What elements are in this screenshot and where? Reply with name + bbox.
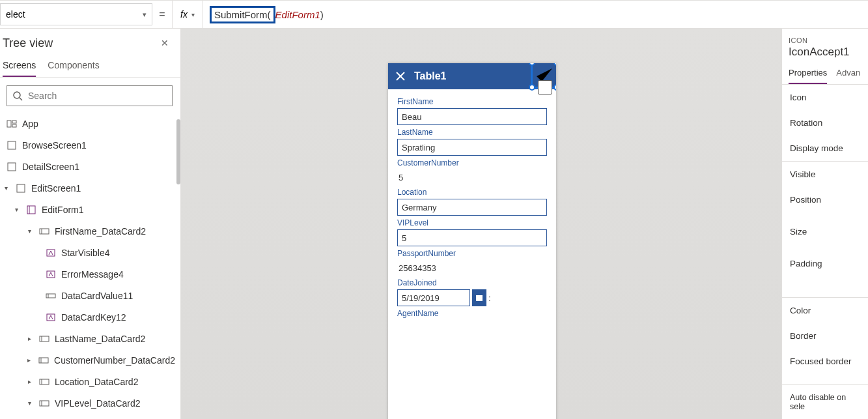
tree-item-label: BrowseScreen1 bbox=[22, 140, 87, 151]
chevron-down-icon[interactable]: ▾ bbox=[25, 227, 34, 235]
svg-rect-22 bbox=[40, 401, 49, 406]
tree-item-editscreen[interactable]: ▾ EditScreen1 bbox=[0, 177, 180, 199]
chevron-down-icon[interactable]: ▾ bbox=[25, 399, 34, 407]
main-area: Tree view ✕ Screens Components App Brows… bbox=[0, 29, 868, 419]
tree-item-customernumber-datacard[interactable]: ▸ CustomerNumber_DataCard2 bbox=[0, 349, 180, 371]
prop-color[interactable]: Color bbox=[782, 298, 868, 323]
scrollbar[interactable] bbox=[176, 119, 180, 184]
prop-visible[interactable]: Visible bbox=[782, 162, 868, 187]
tree-item-label: DataCardValue11 bbox=[61, 291, 133, 301]
tree-item-errormessage[interactable]: ErrorMessage4 bbox=[0, 263, 180, 285]
field-label: FirstName bbox=[397, 97, 547, 106]
tree-item-label: EditForm1 bbox=[42, 205, 84, 215]
tree-item-viplevel-datacard[interactable]: ▾ VIPLevel_DataCard2 bbox=[0, 392, 180, 414]
property-selector[interactable]: elect ▾ bbox=[0, 3, 152, 25]
chevron-right-icon[interactable]: ▸ bbox=[25, 378, 34, 385]
chevron-down-icon: ▾ bbox=[191, 11, 195, 18]
prop-rotation[interactable]: Rotation bbox=[782, 110, 868, 136]
tree-item-datacardkey[interactable]: DataCardKey12 bbox=[0, 306, 180, 328]
close-icon[interactable] bbox=[395, 70, 406, 82]
tree-item-label: DetailScreen1 bbox=[22, 162, 79, 172]
location-input[interactable]: Germany bbox=[397, 199, 547, 216]
tree-item-label: DataCardKey12 bbox=[61, 312, 126, 323]
tree-item-location-datacard[interactable]: ▸ Location_DataCard2 bbox=[0, 371, 180, 392]
prop-border[interactable]: Border bbox=[782, 323, 868, 349]
prop-padding[interactable]: Padding bbox=[782, 244, 868, 297]
prop-auto-disable[interactable]: Auto disable on sele bbox=[782, 385, 868, 419]
tree-item-label: VIPLevel_DataCard2 bbox=[55, 398, 141, 409]
tab-components[interactable]: Components bbox=[48, 60, 99, 77]
datacard-icon bbox=[39, 377, 49, 387]
field-label: AgentName bbox=[397, 309, 547, 318]
chevron-down-icon[interactable]: ▾ bbox=[12, 206, 21, 213]
svg-rect-27 bbox=[476, 295, 483, 296]
phone-preview: Table1 ✥ FirstName Beau LastName Spratli… bbox=[388, 63, 556, 419]
control-type-label: ICON bbox=[789, 36, 861, 44]
tree-item-detailscreen[interactable]: DetailScreen1 bbox=[0, 156, 180, 177]
tree-list: App BrowseScreen1 DetailScreen1 ▾ EditSc… bbox=[0, 113, 180, 419]
datacard-icon bbox=[39, 226, 49, 237]
prop-size[interactable]: Size bbox=[782, 212, 868, 244]
svg-rect-7 bbox=[17, 184, 25, 192]
close-icon[interactable]: ✕ bbox=[158, 35, 171, 51]
resize-handle[interactable] bbox=[529, 84, 535, 91]
calendar-button[interactable] bbox=[472, 289, 486, 306]
tree-item-label: CustomerNumber_DataCard2 bbox=[54, 355, 175, 366]
passport-value: 25634353 bbox=[397, 260, 547, 276]
tree-item-label: EditScreen1 bbox=[31, 183, 81, 194]
tree-search[interactable] bbox=[7, 85, 173, 106]
field-label: CustomerNumber bbox=[397, 158, 547, 167]
prop-focused-border[interactable]: Focused border bbox=[782, 349, 868, 374]
chevron-right-icon[interactable]: ▸ bbox=[25, 335, 34, 342]
fx-button[interactable]: fx ▾ bbox=[172, 1, 203, 28]
viplevel-input[interactable]: 5 bbox=[397, 229, 547, 246]
prop-icon[interactable]: Icon bbox=[782, 85, 868, 110]
tree-item-label: LastName_DataCard2 bbox=[55, 334, 145, 344]
lastname-input[interactable]: Spratling bbox=[397, 139, 547, 156]
tree-item-browsescreen[interactable]: BrowseScreen1 bbox=[0, 134, 180, 156]
chevron-down-icon[interactable]: ▾ bbox=[1, 184, 10, 192]
svg-point-0 bbox=[14, 92, 20, 98]
tab-properties[interactable]: Properties bbox=[789, 68, 827, 84]
tree-view-panel: Tree view ✕ Screens Components App Brows… bbox=[0, 29, 181, 419]
tab-screens[interactable]: Screens bbox=[3, 60, 36, 77]
field-label: VIPLevel bbox=[397, 218, 547, 227]
tree-view-title: Tree view bbox=[3, 36, 53, 50]
resize-handle[interactable] bbox=[553, 84, 556, 91]
accept-icon-selected[interactable]: ✥ bbox=[531, 63, 556, 89]
chevron-right-icon[interactable]: ▸ bbox=[25, 356, 33, 364]
field-label: PassportNumber bbox=[397, 249, 547, 258]
tree-item-label: StarVisible4 bbox=[61, 248, 109, 258]
formula-bar: elect ▾ = fx ▾ SubmitForm(EditForm1) bbox=[0, 0, 868, 29]
prop-position[interactable]: Position bbox=[782, 187, 868, 212]
time-separator: : bbox=[488, 293, 491, 303]
svg-rect-18 bbox=[39, 358, 48, 363]
prop-display-mode[interactable]: Display mode bbox=[782, 136, 868, 161]
formula-close-paren: ) bbox=[320, 9, 324, 20]
field-label: Location bbox=[397, 188, 547, 197]
tab-advanced[interactable]: Advan bbox=[836, 68, 860, 84]
chevron-down-icon: ▾ bbox=[143, 10, 147, 19]
app-icon bbox=[7, 119, 17, 129]
svg-rect-4 bbox=[12, 124, 16, 127]
tree-item-app[interactable]: App bbox=[0, 113, 180, 134]
label-icon bbox=[46, 269, 56, 280]
tree-item-lastname-datacard[interactable]: ▸ LastName_DataCard2 bbox=[0, 328, 180, 349]
fx-label: fx bbox=[180, 9, 188, 20]
tree-item-editform[interactable]: ▾ EditForm1 bbox=[0, 199, 180, 220]
tree-item-starvisible[interactable]: StarVisible4 bbox=[0, 242, 180, 263]
search-input[interactable] bbox=[28, 91, 167, 101]
svg-rect-13 bbox=[46, 294, 55, 298]
tree-item-firstname-datacard[interactable]: ▾ FirstName_DataCard2 bbox=[0, 220, 180, 242]
field-label: DateJoined bbox=[397, 278, 547, 287]
tree-tabs: Screens Components bbox=[0, 51, 180, 78]
datacard-icon bbox=[39, 398, 49, 409]
canvas[interactable]: Table1 ✥ FirstName Beau LastName Spratli… bbox=[181, 29, 781, 419]
property-selector-value: elect bbox=[6, 9, 25, 20]
firstname-input[interactable]: Beau bbox=[397, 108, 547, 125]
formula-input[interactable]: SubmitForm(EditForm1) bbox=[203, 6, 868, 23]
tree-item-label: ErrorMessage4 bbox=[61, 269, 124, 280]
datacard-icon bbox=[38, 355, 49, 366]
tree-item-datacardvalue[interactable]: DataCardValue11 bbox=[0, 285, 180, 306]
datejoined-input[interactable]: 5/19/2019 bbox=[397, 289, 470, 306]
